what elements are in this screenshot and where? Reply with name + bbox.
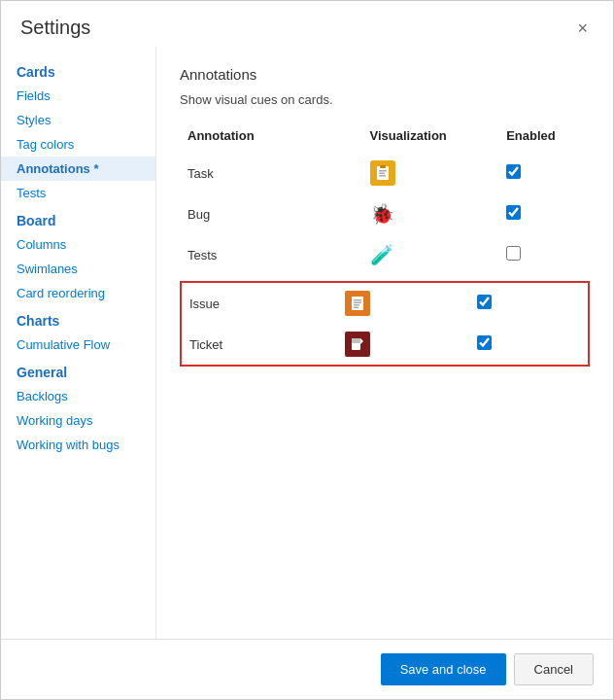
sidebar-item-working-days[interactable]: Working days bbox=[1, 408, 155, 433]
task-checkbox[interactable] bbox=[506, 164, 521, 179]
col-header-annotation: Annotation bbox=[180, 122, 362, 153]
dialog-header: Settings × bbox=[1, 1, 613, 47]
issue-checkbox[interactable] bbox=[477, 295, 492, 309]
table-row-ticket: Ticket bbox=[182, 324, 588, 365]
ticket-checkbox[interactable] bbox=[477, 335, 492, 350]
svg-rect-1 bbox=[380, 165, 386, 168]
tests-checkbox[interactable] bbox=[506, 246, 521, 261]
svg-rect-11 bbox=[352, 338, 360, 343]
sidebar-item-swimlanes[interactable]: Swimlanes bbox=[1, 257, 155, 281]
annotation-ticket-label: Ticket bbox=[189, 337, 345, 352]
sidebar-item-columns[interactable]: Columns bbox=[1, 232, 155, 257]
svg-rect-7 bbox=[354, 302, 361, 304]
svg-rect-3 bbox=[379, 173, 385, 175]
annotation-tests-label: Tests bbox=[180, 234, 362, 275]
sidebar-section-board: Board bbox=[1, 205, 155, 232]
annotation-issue-enabled[interactable] bbox=[461, 295, 580, 312]
sidebar-item-styles[interactable]: Styles bbox=[1, 108, 155, 132]
svg-rect-4 bbox=[379, 175, 386, 177]
sidebar-item-card-reordering[interactable]: Card reordering bbox=[1, 281, 155, 305]
annotation-ticket-enabled[interactable] bbox=[461, 335, 580, 353]
annotation-bug-icon: 🐞 bbox=[362, 193, 499, 234]
table-row: Tests 🧪 bbox=[180, 234, 590, 275]
close-button[interactable]: × bbox=[571, 18, 594, 39]
table-row: Task bbox=[180, 153, 590, 193]
svg-rect-2 bbox=[379, 170, 387, 172]
sidebar-item-fields[interactable]: Fields bbox=[1, 84, 155, 108]
sidebar-section-cards: Cards bbox=[1, 56, 155, 84]
bug-visualization-icon: 🐞 bbox=[370, 201, 395, 227]
annotation-bug-label: Bug bbox=[180, 193, 362, 234]
dialog-body: Cards Fields Styles Tag colors Annotatio… bbox=[1, 47, 613, 639]
highlighted-rows-container: Issue bbox=[180, 281, 590, 367]
sidebar-item-working-with-bugs[interactable]: Working with bugs bbox=[1, 433, 155, 457]
annotation-tests-icon: 🧪 bbox=[362, 234, 499, 275]
annotation-tests-enabled[interactable] bbox=[498, 234, 590, 275]
svg-rect-9 bbox=[354, 307, 358, 309]
annotation-task-enabled[interactable] bbox=[498, 153, 590, 193]
bug-checkbox[interactable] bbox=[506, 205, 521, 220]
section-title: Annotations bbox=[180, 66, 590, 83]
sidebar-item-cumulative-flow[interactable]: Cumulative Flow bbox=[1, 332, 155, 357]
annotations-table: Annotation Visualization Enabled Task bbox=[180, 122, 590, 275]
task-visualization-icon bbox=[370, 160, 395, 186]
cancel-button[interactable]: Cancel bbox=[514, 653, 594, 685]
table-row-issue: Issue bbox=[182, 283, 588, 324]
sidebar-item-tag-colors[interactable]: Tag colors bbox=[1, 132, 155, 157]
sidebar-section-general: General bbox=[1, 357, 155, 384]
col-header-visualization: Visualization bbox=[362, 122, 499, 153]
svg-marker-12 bbox=[360, 338, 363, 344]
sidebar-item-tests[interactable]: Tests bbox=[1, 181, 155, 205]
dialog-title: Settings bbox=[20, 17, 90, 39]
annotation-issue-label: Issue bbox=[189, 297, 345, 311]
annotation-issue-icon bbox=[345, 291, 461, 316]
sidebar-section-charts: Charts bbox=[1, 305, 155, 332]
annotation-task-label: Task bbox=[180, 153, 362, 193]
tests-visualization-icon: 🧪 bbox=[370, 242, 395, 267]
settings-dialog: Settings × Cards Fields Styles Tag color… bbox=[0, 0, 614, 700]
table-row: Bug 🐞 bbox=[180, 193, 590, 234]
sidebar-item-annotations[interactable]: Annotations * bbox=[1, 157, 155, 181]
annotation-bug-enabled[interactable] bbox=[498, 193, 590, 234]
main-content: Annotations Show visual cues on cards. A… bbox=[156, 47, 613, 639]
annotation-task-icon bbox=[362, 153, 499, 193]
ticket-visualization-icon bbox=[345, 332, 370, 357]
annotation-ticket-icon bbox=[345, 332, 461, 357]
save-and-close-button[interactable]: Save and close bbox=[381, 653, 506, 685]
sidebar: Cards Fields Styles Tag colors Annotatio… bbox=[1, 47, 156, 639]
issue-visualization-icon bbox=[345, 291, 370, 316]
svg-rect-6 bbox=[354, 299, 361, 301]
sidebar-item-backlogs[interactable]: Backlogs bbox=[1, 384, 155, 408]
table-header-row: Annotation Visualization Enabled bbox=[180, 122, 590, 153]
dialog-footer: Save and close Cancel bbox=[1, 639, 613, 699]
section-desc: Show visual cues on cards. bbox=[180, 92, 590, 107]
svg-rect-8 bbox=[354, 304, 359, 306]
col-header-enabled: Enabled bbox=[498, 122, 590, 153]
